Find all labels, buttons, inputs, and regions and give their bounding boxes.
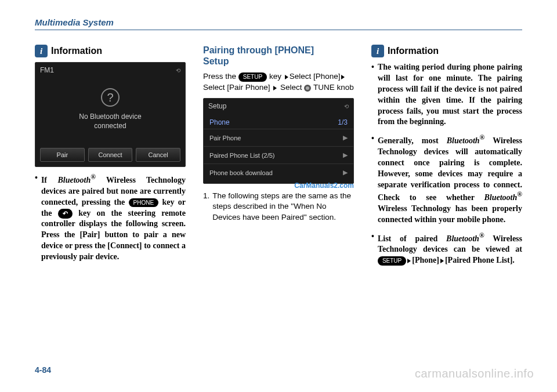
- setup-key-badge: SETUP: [378, 256, 406, 266]
- t: Generally, most: [378, 136, 447, 145]
- setup-key-badge: SETUP: [238, 72, 267, 82]
- bt-word: Bluetooth: [484, 193, 517, 202]
- screenshot-setup: Setup ⟲ Phone 1/3 Pair Phone ▶ Paired Ph…: [203, 98, 354, 184]
- col3-bullet-1: • The waiting period during phone pairin…: [371, 62, 522, 128]
- screenshot-title: FM1: [40, 66, 54, 74]
- reg: ®: [517, 191, 522, 198]
- screenshot-buttons: Pair Connect Cancel: [35, 144, 185, 166]
- tune-knob-icon: [304, 85, 311, 92]
- arrow-icon: [273, 86, 277, 90]
- screenshot-fm1: FM1 ⟲ ? No Bluetooth device connected Pa…: [35, 62, 186, 167]
- step-1: 1. The following steps are the same as t…: [203, 191, 354, 223]
- t: List of paired: [378, 234, 446, 242]
- step-number: 1.: [203, 191, 209, 223]
- col1-bullet: • If Bluetooth® Wireless Technology devi…: [35, 173, 186, 263]
- reg: ®: [479, 232, 484, 239]
- t: Select [Phone]: [290, 72, 341, 81]
- setup-list: Phone 1/3 Pair Phone ▶ Paired Phone List…: [204, 114, 353, 183]
- reg: ®: [91, 173, 96, 181]
- page-number: 4-84: [35, 365, 51, 375]
- bluetooth-status-icon: ⟲: [176, 67, 180, 74]
- screenshot-body: ? No Bluetooth device connected: [35, 78, 185, 144]
- info-icon: i: [35, 45, 48, 57]
- screenshot-titlebar: FM1 ⟲: [35, 63, 185, 78]
- bullet-marker: •: [371, 133, 374, 225]
- t: TUNE knob: [313, 83, 354, 92]
- watermark-center: CarManuals2.com: [203, 182, 354, 190]
- call-key-icon: ↶: [58, 209, 73, 219]
- step-text: The following steps are the same as the …: [212, 191, 354, 223]
- info-title-text: Information: [388, 46, 439, 56]
- t: Wireless Technology devices will automat…: [378, 136, 522, 202]
- bullet-marker: •: [371, 231, 374, 266]
- chevron-right-icon: ▶: [343, 169, 348, 176]
- t: Press the: [203, 72, 238, 81]
- setup-item-pair: Pair Phone ▶: [204, 129, 353, 146]
- t: [Phone]: [412, 256, 439, 264]
- reg: ®: [480, 134, 485, 141]
- question-icon: ?: [101, 88, 120, 107]
- bullet-content: Generally, most Bluetooth® Wireless Tech…: [378, 133, 522, 225]
- setup-titlebar: Setup ⟲: [204, 99, 353, 114]
- arrow-icon: [341, 75, 345, 79]
- t: Select [Pair Phone]: [203, 83, 272, 92]
- setup-item-phonebook: Phone book download ▶: [204, 164, 353, 181]
- t: If: [41, 176, 58, 184]
- t: Select: [280, 83, 304, 92]
- bluetooth-icon: ⟲: [344, 103, 349, 110]
- pair-button: Pair: [40, 148, 85, 162]
- chevron-right-icon: ▶: [343, 134, 348, 141]
- pairing-instruction: Press the SETUP key Select [Phone]Select…: [203, 71, 354, 93]
- setup-list-header: Phone 1/3: [204, 116, 353, 129]
- setup-title: Setup: [208, 102, 226, 110]
- setup-item-paired-list: Paired Phone List (2/5) ▶: [204, 146, 353, 164]
- page-header: Multimedia System: [35, 17, 522, 27]
- info-heading-2: i Information: [371, 45, 522, 57]
- column-1: i Information FM1 ⟲ ? No Bluetooth devic…: [35, 45, 186, 272]
- bt-word: Bluetooth: [57, 176, 91, 184]
- heading-line2: Setup: [203, 56, 229, 66]
- list-header-page: 1/3: [338, 118, 348, 126]
- bullet-content: If Bluetooth® Wireless Technology device…: [41, 173, 186, 263]
- arrow-icon: [440, 259, 444, 263]
- arrow-icon: [407, 259, 411, 263]
- t: key: [267, 72, 284, 81]
- watermark-bottom: carmanualsonline.info: [415, 367, 534, 380]
- msg-line2: connected: [94, 122, 126, 130]
- col3-bullet-2: • Generally, most Bluetooth® Wireless Te…: [371, 133, 522, 225]
- bullet-content: List of paired Bluetooth® Wireless Techn…: [378, 231, 522, 266]
- bullet-marker: •: [371, 62, 374, 128]
- t: Wireless Technology has been properly co…: [378, 204, 522, 224]
- header-divider: [35, 30, 522, 30]
- screenshot-message: No Bluetooth device connected: [41, 112, 179, 130]
- list-header-label: Phone: [209, 118, 230, 126]
- bt-word: Bluetooth: [446, 234, 479, 242]
- col3-bullet-3: • List of paired Bluetooth® Wireless Tec…: [371, 231, 522, 266]
- phone-key-badge: PHONE: [129, 198, 159, 208]
- chevron-right-icon: ▶: [343, 151, 348, 159]
- info-icon: i: [371, 45, 384, 57]
- column-3: i Information • The waiting period durin…: [371, 45, 522, 272]
- t: [Paired Phone List].: [445, 256, 515, 264]
- bullet-marker: •: [35, 173, 38, 263]
- column-2: Pairing through [PHONE] Setup Press the …: [203, 45, 354, 272]
- bullet-content: The waiting period during phone pairing …: [378, 62, 522, 128]
- item-label: Pair Phone: [209, 135, 241, 141]
- info-title-text: Information: [51, 46, 102, 56]
- msg-line1: No Bluetooth device: [79, 112, 141, 121]
- item-label: Paired Phone List (2/5): [209, 152, 275, 159]
- pairing-heading: Pairing through [PHONE] Setup: [203, 45, 354, 67]
- heading-line1: Pairing through [PHONE]: [203, 45, 314, 55]
- item-label: Phone book download: [209, 169, 273, 176]
- connect-button: Connect: [88, 148, 133, 162]
- info-heading-1: i Information: [35, 45, 186, 57]
- bt-word: Bluetooth: [447, 136, 480, 145]
- arrow-icon: [285, 75, 288, 79]
- cancel-button: Cancel: [136, 148, 180, 162]
- content-columns: i Information FM1 ⟲ ? No Bluetooth devic…: [35, 45, 522, 272]
